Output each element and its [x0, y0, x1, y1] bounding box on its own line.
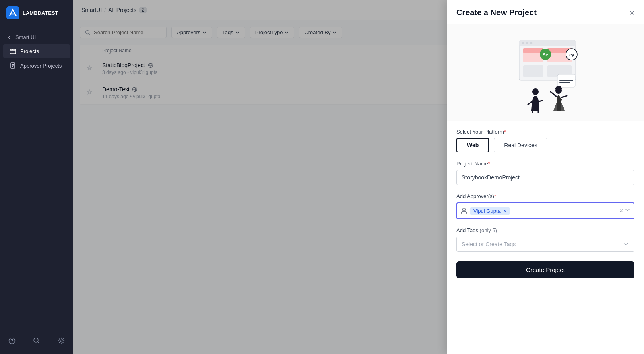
search-icon[interactable] — [30, 334, 43, 349]
panel-illustration: Se Cy — [447, 24, 644, 121]
tags-note: (only 5) — [480, 227, 497, 233]
globe-icon — [148, 62, 153, 68]
project-name-field-group: Project Name* — [456, 161, 634, 185]
tags-placeholder: Select or Create Tags — [462, 241, 516, 247]
illustration-image: Se Cy — [499, 32, 592, 113]
approver-search-input[interactable] — [512, 208, 617, 214]
sidebar-back-button[interactable]: Smart UI — [0, 31, 73, 43]
tags-field-group: Add Tags (only 5) Select or Create Tags — [456, 227, 634, 252]
panel-title: Create a New Project — [456, 8, 537, 17]
star-icon[interactable] — [86, 89, 102, 97]
platform-field-group: Select Your Platform* Web Real Devices — [456, 129, 634, 152]
panel-close-button[interactable]: × — [630, 9, 634, 17]
svg-rect-0 — [6, 6, 19, 19]
help-icon[interactable] — [5, 334, 19, 349]
project-name-label: Project Name* — [456, 161, 634, 167]
star-icon[interactable] — [86, 65, 102, 73]
breadcrumb-separator: / — [104, 7, 106, 13]
sidebar-logo: LAMBDATEST — [0, 0, 73, 26]
platform-buttons: Web Real Devices — [456, 138, 634, 152]
svg-point-4 — [12, 342, 13, 343]
svg-text:Cy: Cy — [569, 53, 574, 57]
sidebar-nav: Smart UI Projects Approver Projects — [0, 26, 73, 329]
svg-point-13 — [526, 42, 528, 44]
approver-tag-name: Vipul Gupta — [473, 208, 501, 214]
chevron-down-icon — [332, 30, 337, 35]
settings-icon[interactable] — [54, 334, 68, 349]
project-name-text: StaticBlogProject — [102, 62, 145, 68]
svg-point-6 — [60, 340, 62, 342]
svg-point-14 — [530, 42, 533, 44]
sidebar: LAMBDATEST Smart UI Projects Approver Pr… — [0, 0, 73, 354]
breadcrumb-parent: SmartUI — [81, 7, 102, 13]
document-icon — [10, 62, 16, 69]
tags-filter[interactable]: Tags — [217, 27, 245, 38]
approver-clear-button[interactable]: × — [619, 207, 623, 214]
approvers-filter[interactable]: Approvers — [171, 27, 212, 38]
chevron-left-icon — [6, 35, 12, 40]
search-input[interactable] — [94, 29, 161, 35]
breadcrumb-current: All Projects — [108, 7, 136, 13]
approvers-field-group: Add Approver(s)* Vipul Gupta × × — [456, 193, 634, 219]
svg-point-33 — [463, 208, 466, 211]
tags-label: Add Tags (only 5) — [456, 227, 634, 233]
sidebar-logo-text: LAMBDATEST — [23, 10, 58, 16]
sidebar-approver-projects-label: Approver Projects — [20, 63, 62, 69]
approver-select-actions: × — [619, 207, 630, 214]
sidebar-back-label: Smart UI — [15, 34, 36, 40]
project-type-filter[interactable]: ProjectType — [250, 27, 295, 38]
breadcrumb: SmartUI / All Projects 2 — [81, 7, 147, 13]
platform-web-button[interactable]: Web — [456, 138, 489, 152]
sidebar-item-approver-projects[interactable]: Approver Projects — [3, 59, 70, 72]
create-project-button[interactable]: Create Project — [456, 261, 634, 278]
svg-rect-19 — [523, 65, 543, 77]
breadcrumb-count: 2 — [139, 7, 147, 13]
tags-select[interactable]: Select or Create Tags — [456, 237, 634, 252]
search-box — [80, 27, 167, 38]
sidebar-projects-label: Projects — [20, 48, 39, 54]
svg-point-12 — [522, 42, 524, 44]
svg-point-29 — [532, 88, 539, 95]
project-name-input[interactable] — [456, 170, 634, 185]
chevron-down-icon — [623, 241, 629, 247]
chevron-down-icon — [202, 30, 207, 35]
lambdatest-logo-icon — [6, 6, 19, 19]
globe-icon — [132, 86, 138, 92]
search-icon — [85, 30, 91, 35]
approver-dropdown-toggle[interactable] — [625, 207, 630, 214]
platform-real-devices-button[interactable]: Real Devices — [494, 138, 547, 152]
chevron-down-icon — [284, 30, 289, 35]
user-icon — [460, 207, 468, 214]
sidebar-item-projects[interactable]: Projects — [3, 44, 70, 58]
folder-icon — [10, 48, 16, 54]
create-project-panel: Create a New Project × Se Cy — [447, 0, 644, 354]
close-icon: × — [630, 8, 634, 17]
panel-header: Create a New Project × — [447, 0, 644, 24]
sidebar-bottom-icons — [0, 329, 73, 354]
project-name-text: Demo-Test — [102, 86, 130, 93]
chevron-down-icon — [235, 30, 240, 35]
svg-text:Se: Se — [543, 52, 548, 57]
approver-tag: Vipul Gupta × — [470, 207, 510, 215]
approvers-label: Add Approver(s)* — [456, 193, 634, 199]
created-by-filter[interactable]: Created By — [299, 27, 342, 38]
approvers-select[interactable]: Vipul Gupta × × — [456, 202, 634, 219]
approver-tag-remove[interactable]: × — [503, 208, 506, 214]
platform-label: Select Your Platform* — [456, 129, 634, 135]
panel-body: Select Your Platform* Web Real Devices P… — [447, 121, 644, 286]
